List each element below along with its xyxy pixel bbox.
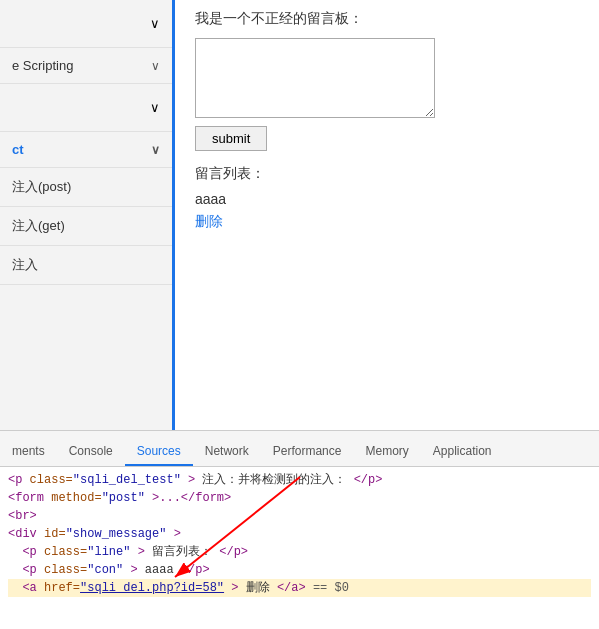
code-line-1: <p class="sqli_del_test" > 注入：并将检测到的注入： …	[8, 471, 591, 489]
sidebar-item-get-label: 注入(get)	[12, 217, 160, 235]
sidebar-item-ct[interactable]: ct ∨	[0, 132, 172, 168]
main-area: ∨ e Scripting ∨ ∨ ct ∨ 注入(post) 注入(get) …	[0, 0, 599, 430]
sidebar-item-get-inject[interactable]: 注入(get)	[0, 207, 172, 246]
sidebar-item-ct-label: ct	[12, 142, 151, 157]
tab-sources[interactable]: Sources	[125, 438, 193, 466]
sidebar: ∨ e Scripting ∨ ∨ ct ∨ 注入(post) 注入(get) …	[0, 0, 175, 430]
sidebar-chevron-2[interactable]: ∨	[0, 84, 172, 132]
chevron-icon-2: ∨	[150, 100, 160, 115]
devtools-code: <p class="sqli_del_test" > 注入：并将检测到的注入： …	[0, 467, 599, 629]
code-line-3: <br>	[8, 507, 591, 525]
code-line-5: <p class="line" > 留言列表： </p>	[8, 543, 591, 561]
content-area: 我是一个不正经的留言板： submit 留言列表： aaaa 删除	[175, 0, 599, 430]
sidebar-chevron-1[interactable]: ∨	[0, 0, 172, 48]
code-line-4: <div id="show_message" >	[8, 525, 591, 543]
submit-button[interactable]: submit	[195, 126, 267, 151]
sidebar-item-inject[interactable]: 注入	[0, 246, 172, 285]
sidebar-item-post-inject[interactable]: 注入(post)	[0, 168, 172, 207]
tab-console[interactable]: Console	[57, 438, 125, 466]
sidebar-item-scripting-label: e Scripting	[12, 58, 151, 73]
code-line-7: <a href="sqli_del.php?id=58" > 删除 </a> =…	[8, 579, 591, 597]
sidebar-item-inject-label: 注入	[12, 256, 160, 274]
devtools-panel: ments Console Sources Network Performanc…	[0, 430, 599, 629]
messages-label: 留言列表：	[195, 165, 579, 183]
message-text: aaaa	[195, 191, 579, 207]
delete-link[interactable]: 删除	[195, 213, 223, 229]
content-title: 我是一个不正经的留言板：	[195, 10, 579, 28]
tab-memory[interactable]: Memory	[353, 438, 420, 466]
chevron-icon-1: ∨	[150, 16, 160, 31]
devtools-tabs: ments Console Sources Network Performanc…	[0, 431, 599, 467]
tab-application[interactable]: Application	[421, 438, 504, 466]
sidebar-item-scripting[interactable]: e Scripting ∨	[0, 48, 172, 84]
chevron-icon-scripting: ∨	[151, 59, 160, 73]
code-line-2: <form method="post" >...</form>	[8, 489, 591, 507]
code-line-6: <p class="con" > aaaa </p>	[8, 561, 591, 579]
tab-network[interactable]: Network	[193, 438, 261, 466]
chevron-icon-ct: ∨	[151, 143, 160, 157]
tab-performance[interactable]: Performance	[261, 438, 354, 466]
sidebar-item-post-label: 注入(post)	[12, 178, 160, 196]
tab-elements[interactable]: ments	[0, 438, 57, 466]
message-input[interactable]	[195, 38, 435, 118]
